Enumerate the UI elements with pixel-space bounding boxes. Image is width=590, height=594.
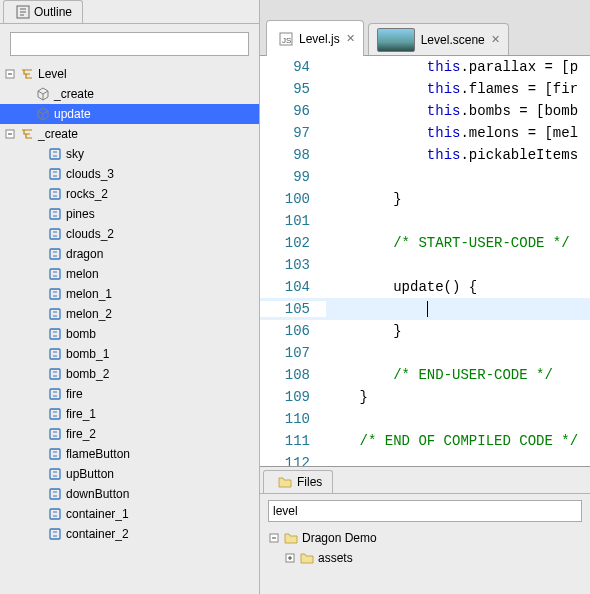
code-line-108[interactable]: 108 /* END-USER-CODE */ xyxy=(260,364,590,386)
outline-item-fire_2[interactable]: fire_2 xyxy=(0,424,259,444)
line-number: 98 xyxy=(260,147,326,163)
field-icon xyxy=(48,347,62,361)
line-number: 112 xyxy=(260,455,326,466)
collapse-icon[interactable] xyxy=(4,69,16,79)
outline-item-label: flameButton xyxy=(66,447,130,461)
outline-item-fire[interactable]: fire xyxy=(0,384,259,404)
outline-item-melon_2[interactable]: melon_2 xyxy=(0,304,259,324)
scene-icon xyxy=(377,28,415,52)
field-icon xyxy=(48,467,62,481)
outline-item-upButton[interactable]: upButton xyxy=(0,464,259,484)
outline-item-container_1[interactable]: container_1 xyxy=(0,504,259,524)
line-number: 101 xyxy=(260,213,326,229)
outline-item-container_2[interactable]: container_2 xyxy=(0,524,259,544)
code-line-110[interactable]: 110 xyxy=(260,408,590,430)
outline-item-label: fire_2 xyxy=(66,427,96,441)
outline-item-bomb_2[interactable]: bomb_2 xyxy=(0,364,259,384)
outline-tree: Level_createupdate_createskyclouds_3rock… xyxy=(0,62,259,546)
outline-item-fire_1[interactable]: fire_1 xyxy=(0,404,259,424)
code-line-97[interactable]: 97 this.melons = [mel xyxy=(260,122,590,144)
line-number: 109 xyxy=(260,389,326,405)
outline-item-melon_1[interactable]: melon_1 xyxy=(0,284,259,304)
files-item-Dragon Demo[interactable]: Dragon Demo xyxy=(268,528,582,548)
outline-item-bomb[interactable]: bomb xyxy=(0,324,259,344)
outline-item-label: sky xyxy=(66,147,84,161)
line-number: 103 xyxy=(260,257,326,273)
code-line-106[interactable]: 106 } xyxy=(260,320,590,342)
outline-item-pines[interactable]: pines xyxy=(0,204,259,224)
line-number: 111 xyxy=(260,433,326,449)
line-number: 95 xyxy=(260,81,326,97)
outline-item-label: fire xyxy=(66,387,83,401)
close-icon[interactable]: ✕ xyxy=(346,32,355,45)
code-line-102[interactable]: 102 /* START-USER-CODE */ xyxy=(260,232,590,254)
outline-item-Level[interactable]: Level xyxy=(0,64,259,84)
outline-item-_create[interactable]: _create xyxy=(0,124,259,144)
outline-item-update[interactable]: update xyxy=(0,104,259,124)
field-icon xyxy=(48,407,62,421)
code-text: this.parallax = [p xyxy=(326,59,578,75)
code-line-109[interactable]: 109 } xyxy=(260,386,590,408)
files-tab-label: Files xyxy=(297,475,322,489)
code-line-98[interactable]: 98 this.pickableItems xyxy=(260,144,590,166)
outline-item-label: fire_1 xyxy=(66,407,96,421)
cube-icon xyxy=(36,107,50,121)
line-number: 102 xyxy=(260,235,326,251)
files-tree: Dragon Demoassets xyxy=(268,528,582,568)
outline-item-label: melon_1 xyxy=(66,287,112,301)
code-line-99[interactable]: 99 xyxy=(260,166,590,188)
field-icon xyxy=(48,227,62,241)
outline-item-clouds_2[interactable]: clouds_2 xyxy=(0,224,259,244)
outline-tab[interactable]: Outline xyxy=(3,0,83,23)
outline-item-clouds_3[interactable]: clouds_3 xyxy=(0,164,259,184)
line-number: 97 xyxy=(260,125,326,141)
close-icon[interactable]: ✕ xyxy=(491,33,500,46)
outline-item-label: bomb xyxy=(66,327,96,341)
outline-item-downButton[interactable]: downButton xyxy=(0,484,259,504)
collapse-icon[interactable] xyxy=(4,129,16,139)
outline-item-melon[interactable]: melon xyxy=(0,264,259,284)
folder-icon xyxy=(300,551,314,565)
field-icon xyxy=(48,487,62,501)
outline-item-dragon[interactable]: dragon xyxy=(0,244,259,264)
outline-item-bomb_1[interactable]: bomb_1 xyxy=(0,344,259,364)
outline-item-sky[interactable]: sky xyxy=(0,144,259,164)
code-line-104[interactable]: 104 update() { xyxy=(260,276,590,298)
code-line-100[interactable]: 100 } xyxy=(260,188,590,210)
outline-item-label: container_2 xyxy=(66,527,129,541)
editor-tab-Level.js[interactable]: Level.js✕ xyxy=(266,20,364,56)
line-number: 106 xyxy=(260,323,326,339)
expand-icon[interactable] xyxy=(284,553,296,563)
outline-item-label: downButton xyxy=(66,487,129,501)
line-number: 110 xyxy=(260,411,326,427)
outline-item-flameButton[interactable]: flameButton xyxy=(0,444,259,464)
field-icon xyxy=(48,287,62,301)
line-number: 104 xyxy=(260,279,326,295)
code-line-94[interactable]: 94 this.parallax = [p xyxy=(260,56,590,78)
files-item-assets[interactable]: assets xyxy=(268,548,582,568)
code-line-95[interactable]: 95 this.flames = [fir xyxy=(260,78,590,100)
code-area[interactable]: 94 this.parallax = [p95 this.flames = [f… xyxy=(260,56,590,466)
field-icon xyxy=(48,187,62,201)
code-text: this.pickableItems xyxy=(326,147,578,163)
outline-item-label: dragon xyxy=(66,247,103,261)
editor-tab-Level.scene[interactable]: Level.scene✕ xyxy=(368,23,509,55)
code-line-111[interactable]: 111 /* END OF COMPILED CODE */ xyxy=(260,430,590,452)
line-number: 105 xyxy=(260,301,326,317)
code-line-112[interactable]: 112 xyxy=(260,452,590,466)
field-icon xyxy=(48,507,62,521)
code-line-105[interactable]: 105 xyxy=(260,298,590,320)
field-icon xyxy=(48,207,62,221)
outline-item-_create[interactable]: _create xyxy=(0,84,259,104)
outline-item-label: update xyxy=(54,107,91,121)
code-line-101[interactable]: 101 xyxy=(260,210,590,232)
files-filter-input[interactable] xyxy=(268,500,582,522)
outline-item-rocks_2[interactable]: rocks_2 xyxy=(0,184,259,204)
files-tab[interactable]: Files xyxy=(263,470,333,493)
outline-filter-input[interactable] xyxy=(10,32,249,56)
code-line-103[interactable]: 103 xyxy=(260,254,590,276)
code-line-107[interactable]: 107 xyxy=(260,342,590,364)
collapse-icon[interactable] xyxy=(268,533,280,543)
code-line-96[interactable]: 96 this.bombs = [bomb xyxy=(260,100,590,122)
field-icon xyxy=(48,147,62,161)
